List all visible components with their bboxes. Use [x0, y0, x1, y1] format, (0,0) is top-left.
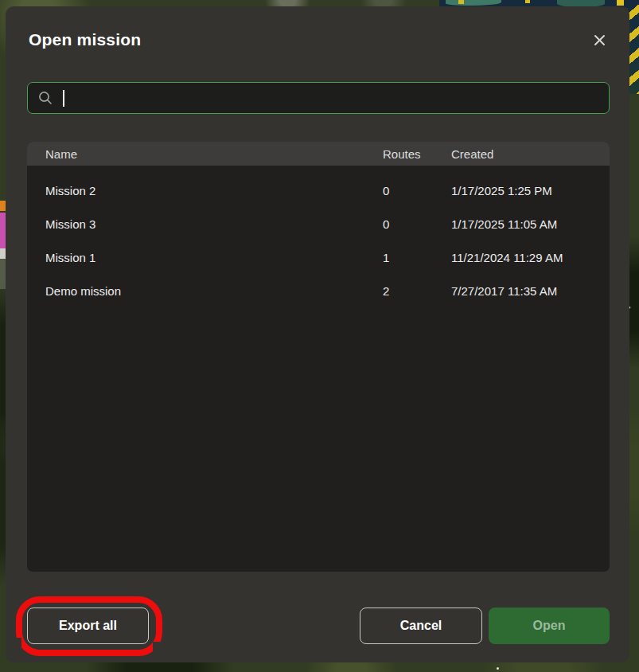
column-header-routes: Routes: [383, 147, 451, 161]
open-button[interactable]: Open: [489, 608, 610, 644]
table-row-mission-3[interactable]: Mission 3 0 1/17/2025 11:05 AM: [27, 207, 610, 240]
close-button[interactable]: [587, 28, 611, 52]
mission-created: 7/27/2017 11:35 AM: [451, 284, 610, 298]
cancel-button[interactable]: Cancel: [360, 608, 482, 644]
open-mission-dialog: Open mission Name Routes Created M: [6, 6, 629, 662]
mission-routes: 2: [383, 284, 451, 298]
mission-routes: 1: [383, 251, 451, 264]
table-row-demo-mission[interactable]: Demo mission 2 7/27/2017 11:35 AM: [27, 274, 610, 307]
mission-routes: 0: [383, 217, 451, 231]
search-box: [27, 82, 610, 114]
map-yellow-line: [458, 0, 464, 4]
column-header-name: Name: [45, 147, 383, 161]
annotation-gap: [153, 642, 163, 654]
table-row-mission-2[interactable]: Mission 2 0 1/17/2025 1:25 PM: [27, 174, 610, 207]
map-yellow-line: [617, 0, 624, 6]
mission-routes: 0: [383, 184, 451, 197]
mission-created: 11/21/2024 11:29 AM: [451, 251, 610, 264]
text-caret: [63, 90, 64, 107]
export-all-button[interactable]: Export all: [27, 608, 149, 644]
close-icon: [594, 34, 606, 46]
table-row-mission-1[interactable]: Mission 1 1 11/21/2024 11:29 AM: [27, 240, 610, 274]
mission-table: Name Routes Created Mission 2 0 1/17/202…: [27, 142, 610, 572]
map-white-dot: [497, 667, 499, 670]
map-water-area: [628, 0, 639, 94]
search-input[interactable]: [53, 83, 609, 113]
mission-name: Mission 3: [45, 217, 383, 231]
page-title: Open mission: [29, 30, 141, 49]
column-header-created: Created: [451, 147, 610, 161]
mission-name: Demo mission: [45, 284, 383, 298]
mission-created: 1/17/2025 11:05 AM: [451, 217, 610, 231]
table-body: Mission 2 0 1/17/2025 1:25 PM Mission 3 …: [27, 166, 610, 307]
mission-name: Mission 2: [45, 184, 383, 197]
mission-created: 1/17/2025 1:25 PM: [451, 184, 610, 197]
mission-name: Mission 1: [45, 251, 383, 264]
search-icon: [37, 90, 53, 106]
annotation-gap: [13, 638, 21, 650]
map-yellow-line: [525, 0, 530, 3]
table-header-row: Name Routes Created: [27, 142, 610, 166]
